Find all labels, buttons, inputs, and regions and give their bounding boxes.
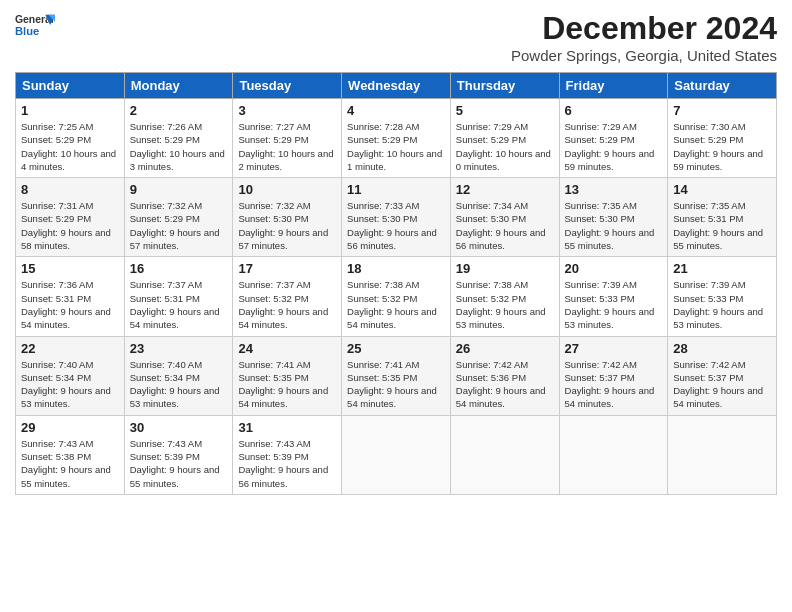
calendar-header-row: Sunday Monday Tuesday Wednesday Thursday… bbox=[16, 73, 777, 99]
sunrise-label: Sunrise: 7:43 AM bbox=[21, 438, 93, 449]
month-title: December 2024 bbox=[511, 10, 777, 47]
daylight-label: Daylight: 10 hours and 2 minutes. bbox=[238, 148, 333, 172]
sunrise-label: Sunrise: 7:36 AM bbox=[21, 279, 93, 290]
col-sunday: Sunday bbox=[16, 73, 125, 99]
day-info: Sunrise: 7:27 AM Sunset: 5:29 PM Dayligh… bbox=[238, 120, 336, 173]
sunset-label: Sunset: 5:31 PM bbox=[130, 293, 200, 304]
sunrise-label: Sunrise: 7:42 AM bbox=[673, 359, 745, 370]
calendar-cell: 5 Sunrise: 7:29 AM Sunset: 5:29 PM Dayli… bbox=[450, 99, 559, 178]
sunrise-label: Sunrise: 7:32 AM bbox=[130, 200, 202, 211]
daylight-label: Daylight: 9 hours and 55 minutes. bbox=[130, 464, 220, 488]
sunrise-label: Sunrise: 7:43 AM bbox=[238, 438, 310, 449]
day-number: 19 bbox=[456, 261, 554, 276]
sunset-label: Sunset: 5:39 PM bbox=[238, 451, 308, 462]
daylight-label: Daylight: 10 hours and 0 minutes. bbox=[456, 148, 551, 172]
calendar-cell: 7 Sunrise: 7:30 AM Sunset: 5:29 PM Dayli… bbox=[668, 99, 777, 178]
calendar-cell: 24 Sunrise: 7:41 AM Sunset: 5:35 PM Dayl… bbox=[233, 336, 342, 415]
daylight-label: Daylight: 9 hours and 53 minutes. bbox=[456, 306, 546, 330]
sunrise-label: Sunrise: 7:28 AM bbox=[347, 121, 419, 132]
calendar-cell: 1 Sunrise: 7:25 AM Sunset: 5:29 PM Dayli… bbox=[16, 99, 125, 178]
calendar-cell: 27 Sunrise: 7:42 AM Sunset: 5:37 PM Dayl… bbox=[559, 336, 668, 415]
day-number: 2 bbox=[130, 103, 228, 118]
sunset-label: Sunset: 5:29 PM bbox=[21, 134, 91, 145]
day-number: 4 bbox=[347, 103, 445, 118]
calendar-cell: 9 Sunrise: 7:32 AM Sunset: 5:29 PM Dayli… bbox=[124, 178, 233, 257]
calendar-cell: 4 Sunrise: 7:28 AM Sunset: 5:29 PM Dayli… bbox=[342, 99, 451, 178]
sunset-label: Sunset: 5:33 PM bbox=[673, 293, 743, 304]
sunset-label: Sunset: 5:29 PM bbox=[130, 134, 200, 145]
daylight-label: Daylight: 9 hours and 54 minutes. bbox=[130, 306, 220, 330]
day-number: 15 bbox=[21, 261, 119, 276]
day-number: 21 bbox=[673, 261, 771, 276]
svg-text:Blue: Blue bbox=[15, 25, 39, 37]
day-number: 10 bbox=[238, 182, 336, 197]
calendar-cell: 19 Sunrise: 7:38 AM Sunset: 5:32 PM Dayl… bbox=[450, 257, 559, 336]
sunset-label: Sunset: 5:37 PM bbox=[673, 372, 743, 383]
day-info: Sunrise: 7:36 AM Sunset: 5:31 PM Dayligh… bbox=[21, 278, 119, 331]
day-info: Sunrise: 7:30 AM Sunset: 5:29 PM Dayligh… bbox=[673, 120, 771, 173]
day-number: 25 bbox=[347, 341, 445, 356]
sunrise-label: Sunrise: 7:33 AM bbox=[347, 200, 419, 211]
sunrise-label: Sunrise: 7:31 AM bbox=[21, 200, 93, 211]
day-info: Sunrise: 7:40 AM Sunset: 5:34 PM Dayligh… bbox=[130, 358, 228, 411]
sunrise-label: Sunrise: 7:40 AM bbox=[130, 359, 202, 370]
sunrise-label: Sunrise: 7:29 AM bbox=[456, 121, 528, 132]
calendar-cell bbox=[342, 415, 451, 494]
day-info: Sunrise: 7:43 AM Sunset: 5:39 PM Dayligh… bbox=[130, 437, 228, 490]
sunrise-label: Sunrise: 7:35 AM bbox=[673, 200, 745, 211]
calendar-cell: 21 Sunrise: 7:39 AM Sunset: 5:33 PM Dayl… bbox=[668, 257, 777, 336]
day-info: Sunrise: 7:29 AM Sunset: 5:29 PM Dayligh… bbox=[456, 120, 554, 173]
calendar-cell: 10 Sunrise: 7:32 AM Sunset: 5:30 PM Dayl… bbox=[233, 178, 342, 257]
daylight-label: Daylight: 9 hours and 57 minutes. bbox=[130, 227, 220, 251]
calendar-cell: 2 Sunrise: 7:26 AM Sunset: 5:29 PM Dayli… bbox=[124, 99, 233, 178]
daylight-label: Daylight: 9 hours and 56 minutes. bbox=[456, 227, 546, 251]
title-section: December 2024 Powder Springs, Georgia, U… bbox=[511, 10, 777, 64]
daylight-label: Daylight: 9 hours and 59 minutes. bbox=[565, 148, 655, 172]
day-number: 6 bbox=[565, 103, 663, 118]
sunset-label: Sunset: 5:34 PM bbox=[21, 372, 91, 383]
sunrise-label: Sunrise: 7:35 AM bbox=[565, 200, 637, 211]
sunrise-label: Sunrise: 7:41 AM bbox=[238, 359, 310, 370]
sunset-label: Sunset: 5:31 PM bbox=[673, 213, 743, 224]
daylight-label: Daylight: 9 hours and 55 minutes. bbox=[21, 464, 111, 488]
day-number: 13 bbox=[565, 182, 663, 197]
sunset-label: Sunset: 5:35 PM bbox=[238, 372, 308, 383]
calendar-week-row: 1 Sunrise: 7:25 AM Sunset: 5:29 PM Dayli… bbox=[16, 99, 777, 178]
day-info: Sunrise: 7:38 AM Sunset: 5:32 PM Dayligh… bbox=[456, 278, 554, 331]
day-number: 28 bbox=[673, 341, 771, 356]
calendar-cell: 12 Sunrise: 7:34 AM Sunset: 5:30 PM Dayl… bbox=[450, 178, 559, 257]
sunset-label: Sunset: 5:32 PM bbox=[347, 293, 417, 304]
day-info: Sunrise: 7:37 AM Sunset: 5:31 PM Dayligh… bbox=[130, 278, 228, 331]
col-tuesday: Tuesday bbox=[233, 73, 342, 99]
day-info: Sunrise: 7:28 AM Sunset: 5:29 PM Dayligh… bbox=[347, 120, 445, 173]
col-saturday: Saturday bbox=[668, 73, 777, 99]
calendar-cell: 22 Sunrise: 7:40 AM Sunset: 5:34 PM Dayl… bbox=[16, 336, 125, 415]
calendar-cell: 13 Sunrise: 7:35 AM Sunset: 5:30 PM Dayl… bbox=[559, 178, 668, 257]
day-info: Sunrise: 7:32 AM Sunset: 5:30 PM Dayligh… bbox=[238, 199, 336, 252]
day-number: 14 bbox=[673, 182, 771, 197]
day-number: 24 bbox=[238, 341, 336, 356]
daylight-label: Daylight: 9 hours and 54 minutes. bbox=[21, 306, 111, 330]
daylight-label: Daylight: 9 hours and 55 minutes. bbox=[673, 227, 763, 251]
day-info: Sunrise: 7:32 AM Sunset: 5:29 PM Dayligh… bbox=[130, 199, 228, 252]
logo-icon: General Blue bbox=[15, 10, 55, 45]
day-number: 1 bbox=[21, 103, 119, 118]
calendar-cell: 3 Sunrise: 7:27 AM Sunset: 5:29 PM Dayli… bbox=[233, 99, 342, 178]
day-info: Sunrise: 7:41 AM Sunset: 5:35 PM Dayligh… bbox=[347, 358, 445, 411]
sunset-label: Sunset: 5:35 PM bbox=[347, 372, 417, 383]
day-info: Sunrise: 7:42 AM Sunset: 5:36 PM Dayligh… bbox=[456, 358, 554, 411]
day-number: 11 bbox=[347, 182, 445, 197]
sunrise-label: Sunrise: 7:32 AM bbox=[238, 200, 310, 211]
daylight-label: Daylight: 9 hours and 56 minutes. bbox=[347, 227, 437, 251]
calendar-cell bbox=[450, 415, 559, 494]
sunrise-label: Sunrise: 7:38 AM bbox=[456, 279, 528, 290]
sunset-label: Sunset: 5:29 PM bbox=[238, 134, 308, 145]
day-number: 16 bbox=[130, 261, 228, 276]
sunset-label: Sunset: 5:29 PM bbox=[565, 134, 635, 145]
daylight-label: Daylight: 9 hours and 53 minutes. bbox=[21, 385, 111, 409]
col-monday: Monday bbox=[124, 73, 233, 99]
day-number: 29 bbox=[21, 420, 119, 435]
sunset-label: Sunset: 5:30 PM bbox=[347, 213, 417, 224]
calendar-cell bbox=[668, 415, 777, 494]
day-number: 31 bbox=[238, 420, 336, 435]
